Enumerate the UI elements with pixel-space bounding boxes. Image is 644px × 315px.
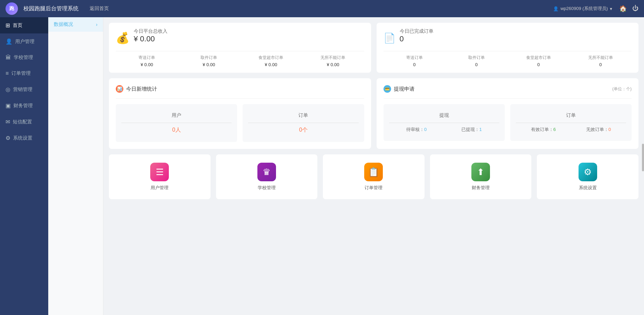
revenue-card-header: 💰 今日平台总收入 ¥ 0.00 <box>116 28 364 48</box>
quick-card-order[interactable]: 📋 订单管理 <box>323 154 425 199</box>
order-sidebar-icon: ≡ <box>6 70 9 77</box>
new-stats-icon: 📊 <box>116 85 123 93</box>
sidebar-label-marketing: 营销管理 <box>13 87 32 93</box>
revenue-divider <box>116 51 364 51</box>
header-right: 👤 wp260909 (系统管理员) ▾ 🏠 ⏻ <box>553 5 638 12</box>
sub-sidebar-item-overview[interactable]: 数据概况 › <box>48 17 103 32</box>
sidebar-label-finance: 财务管理 <box>13 103 33 109</box>
withdrawal-note: (单位：个) <box>612 86 632 92</box>
invalid-value: 0 <box>609 127 611 132</box>
revenue-sub-0: 寄送订单 ¥ 0.00 <box>116 55 178 67</box>
home-icon[interactable]: 🏠 <box>619 5 627 12</box>
quick-icon-finance: ⬆ <box>471 163 490 181</box>
revenue-sub-label-0: 寄送订单 <box>116 55 178 61</box>
revenue-sub-1: 取件订单 ¥ 0.00 <box>178 55 240 67</box>
completed-sub-label-3: 无所不能订单 <box>570 55 632 61</box>
quick-card-finance[interactable]: ⬆ 财务管理 <box>430 154 532 199</box>
quick-label-settings: 系统设置 <box>579 185 597 191</box>
back-button[interactable]: 返回首页 <box>90 6 109 12</box>
completed-sub-1: 取件订单 0 <box>446 55 508 67</box>
settings-sidebar-icon: ⚙ <box>6 135 10 141</box>
revenue-sub-value-2: ¥ 0.00 <box>240 62 302 67</box>
pending-text: 待审核：0 <box>406 126 427 133</box>
sidebar: ⊞ 首页 👤 用户管理 🏛 学校管理 ≡ 订单管理 ◎ 营销管理 ▣ 财务管理 … <box>0 17 48 315</box>
header: 跑 校园跑腿后台管理系统 返回首页 👤 wp260909 (系统管理员) ▾ 🏠… <box>0 0 644 17</box>
quick-card-settings[interactable]: ⚙ 系统设置 <box>537 154 638 199</box>
sidebar-item-school[interactable]: 🏛 学校管理 <box>0 50 48 65</box>
right-scrollbar <box>642 144 644 171</box>
sidebar-item-finance[interactable]: ▣ 财务管理 <box>0 98 48 114</box>
completed-card-header: 📄 今日已完成订单 0 <box>384 28 632 48</box>
sidebar-item-sms[interactable]: ✉ 短信配置 <box>0 114 48 130</box>
completed-sub-label-1: 取件订单 <box>446 55 508 61</box>
quick-icon-settings: ⚙ <box>579 163 597 181</box>
user-menu[interactable]: 👤 wp260909 (系统管理员) ▾ <box>553 6 612 12</box>
withdrawal-divider <box>384 98 632 99</box>
user-stat-divider <box>121 123 232 123</box>
section-cards-row: 📊 今日新增统计 用户 0人 订单 0个 <box>109 78 638 149</box>
sms-sidebar-icon: ✉ <box>6 119 10 125</box>
quick-label-finance: 财务管理 <box>472 185 490 191</box>
quick-label-order: 订单管理 <box>365 185 382 191</box>
quick-card-user[interactable]: ☰ 用户管理 <box>109 154 211 199</box>
order-stat-card: 订单 0个 <box>243 104 364 142</box>
completed-sub-row: 寄送订单 0 取件订单 0 食堂超市订单 0 无所不能订单 0 <box>384 55 632 67</box>
revenue-sub-label-1: 取件订单 <box>178 55 240 61</box>
revenue-sub-3: 无所不能订单 ¥ 0.00 <box>302 55 364 67</box>
done-value: 1 <box>479 127 482 132</box>
school-sidebar-icon: 🏛 <box>6 54 11 61</box>
money-bag-icon: 💰 <box>116 31 130 44</box>
completed-sub-value-1: 0 <box>446 62 508 67</box>
revenue-sub-label-2: 食堂超市订单 <box>240 55 302 61</box>
quick-label-school: 学校管理 <box>258 185 276 191</box>
sidebar-label-sms: 短信配置 <box>13 119 32 125</box>
invalid-text: 无效订单：0 <box>586 126 611 133</box>
quick-access-row: ☰ 用户管理 ♛ 学校管理 📋 订单管理 ⬆ 财务管理 <box>109 154 638 199</box>
power-icon[interactable]: ⏻ <box>632 5 638 12</box>
order-doc-icon: 📄 <box>384 32 396 44</box>
sub-sidebar: 数据概况 › <box>48 17 103 315</box>
home-sidebar-icon: ⊞ <box>6 22 10 29</box>
completed-divider <box>384 51 632 51</box>
withdrawal-icon: 💳 <box>384 85 391 93</box>
sub-sidebar-label: 数据概况 <box>54 21 73 28</box>
sidebar-item-order[interactable]: ≡ 订单管理 <box>0 65 48 81</box>
withdraw-sub-row: 待审核：0 已提现：1 <box>389 126 499 133</box>
layout: ⊞ 首页 👤 用户管理 🏛 学校管理 ≡ 订单管理 ◎ 营销管理 ▣ 财务管理 … <box>0 17 644 315</box>
quick-card-school[interactable]: ♛ 学校管理 <box>216 154 318 199</box>
new-stats-title-text: 今日新增统计 <box>126 86 157 92</box>
revenue-sub-value-3: ¥ 0.00 <box>302 62 364 67</box>
completed-sub-0: 寄送订单 0 <box>384 55 446 67</box>
withdrawal-card: 💳 提现申请 (单位：个) 提现 待审核：0 <box>377 78 639 149</box>
revenue-sub-value-0: ¥ 0.00 <box>116 62 178 67</box>
chevron-down-icon: ▾ <box>610 6 612 11</box>
sidebar-item-user[interactable]: 👤 用户管理 <box>0 33 48 50</box>
completed-value: 0 <box>400 34 433 43</box>
pending-value: 0 <box>424 127 427 132</box>
withdrawal-inner-row: 提现 待审核：0 已提现：1 订单 <box>384 104 632 141</box>
quick-icon-school: ♛ <box>257 163 276 181</box>
withdrawal-title-text: 提现申请 <box>394 86 415 92</box>
sidebar-item-marketing[interactable]: ◎ 营销管理 <box>0 81 48 98</box>
user-stat-value: 0人 <box>121 126 232 134</box>
username: wp260909 (系统管理员) <box>561 6 608 12</box>
quick-icon-order: 📋 <box>364 163 383 181</box>
sidebar-item-home[interactable]: ⊞ 首页 <box>0 17 48 33</box>
user-stat-card: 用户 0人 <box>116 104 237 142</box>
completed-sub-value-3: 0 <box>570 62 632 67</box>
revenue-card: 💰 今日平台总收入 ¥ 0.00 寄送订单 ¥ 0.00 取件订单 ¥ 0.00 <box>109 23 371 73</box>
revenue-title: 今日平台总收入 <box>134 28 167 34</box>
order-inner-divider <box>516 123 626 123</box>
header-actions: 🏠 ⏻ <box>619 5 638 12</box>
sidebar-item-settings[interactable]: ⚙ 系统设置 <box>0 130 48 146</box>
order-sub-row: 有效订单：6 无效订单：0 <box>516 126 626 133</box>
order-stat-label: 订单 <box>248 112 358 119</box>
completed-sub-value-2: 0 <box>508 62 570 67</box>
logo: 跑 <box>6 2 18 15</box>
sidebar-label-home: 首页 <box>13 22 22 29</box>
completed-sub-label-2: 食堂超市订单 <box>508 55 570 61</box>
sidebar-label-settings: 系统设置 <box>13 135 32 141</box>
new-stats-title: 📊 今日新增统计 <box>116 85 364 93</box>
done-text: 已提现：1 <box>461 126 482 133</box>
new-stats-inner-row: 用户 0人 订单 0个 <box>116 104 364 142</box>
